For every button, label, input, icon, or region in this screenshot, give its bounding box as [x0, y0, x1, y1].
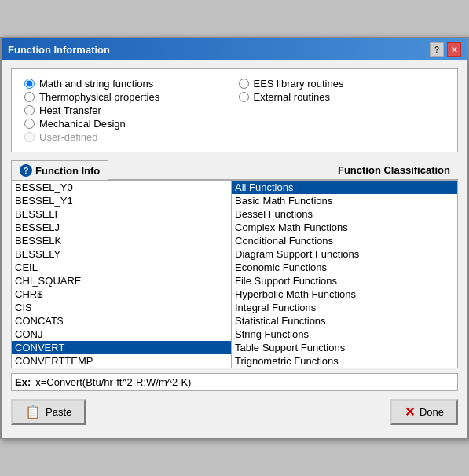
list-item[interactable]: Bessel Functions: [232, 207, 457, 221]
list-item[interactable]: CONVERT: [12, 341, 231, 354]
list-item[interactable]: BESSEL_Y0: [12, 181, 231, 194]
right-list[interactable]: All FunctionsBasic Math FunctionsBessel …: [232, 181, 457, 368]
radio-mech[interactable]: [24, 119, 35, 129]
function-information-window: Function Information ? ✕ Math and string…: [0, 37, 469, 439]
list-item[interactable]: File Support Functions: [232, 274, 457, 287]
function-classification-label: Function Classification: [108, 161, 458, 179]
left-list-wrapper: BESSEL_K0BESSEL_K1BESSEL_Y0BESSEL_Y1BESS…: [12, 181, 232, 368]
radio-thermo-label[interactable]: Thermophysical properties: [39, 91, 159, 103]
window-body: Math and string functions Thermophysical…: [2, 60, 467, 438]
question-mark-icon: ?: [20, 164, 32, 177]
radio-mech-label[interactable]: Mechanical Design: [39, 118, 126, 130]
panel-header: ? Function Info Function Classification: [11, 160, 458, 180]
radio-section: Math and string functions Thermophysical…: [11, 68, 458, 152]
radio-ext[interactable]: [239, 92, 249, 102]
radio-ext-label[interactable]: External routines: [254, 91, 331, 103]
list-item[interactable]: All Functions: [232, 181, 457, 194]
close-icon: ✕: [405, 405, 415, 419]
list-item[interactable]: Diagram Support Functions: [232, 247, 457, 261]
title-bar-buttons: ? ✕: [430, 42, 461, 57]
list-item[interactable]: CHI_SQUARE: [12, 274, 231, 287]
paste-icon: 📋: [25, 405, 41, 419]
example-row: Ex: x=Convert(Btu/hr-ft^2-R;W/m^2-K): [11, 373, 458, 391]
radio-item-user: User-defined: [24, 130, 231, 144]
list-item[interactable]: Table Support Functions: [232, 341, 457, 354]
lists-container: BESSEL_K0BESSEL_K1BESSEL_Y0BESSEL_Y1BESS…: [11, 180, 458, 368]
list-item[interactable]: Integral Functions: [232, 301, 457, 314]
list-item[interactable]: BESSELY: [12, 247, 231, 261]
radio-item-ees: EES library routines: [239, 77, 445, 90]
list-item[interactable]: BESSELJ: [12, 221, 231, 234]
close-title-button[interactable]: ✕: [447, 42, 461, 57]
list-item[interactable]: BESSEL_Y1: [12, 194, 231, 207]
radio-item-mech: Mechanical Design: [24, 117, 231, 130]
radio-heat[interactable]: [24, 105, 35, 115]
list-item[interactable]: CONJ: [12, 328, 231, 341]
radio-ees[interactable]: [239, 79, 249, 89]
radio-user-label: User-defined: [39, 131, 97, 143]
list-item[interactable]: Trignometric Functions: [232, 354, 457, 368]
list-item[interactable]: String Functions: [232, 328, 457, 341]
list-item[interactable]: CONVERTTEMP: [12, 354, 231, 368]
list-item[interactable]: CIS: [12, 301, 231, 314]
list-item[interactable]: CHR$: [12, 287, 231, 301]
right-list-wrapper: All FunctionsBasic Math FunctionsBessel …: [232, 181, 457, 368]
bottom-buttons: 📋 Paste ✕ Done: [11, 399, 458, 430]
radio-ees-label[interactable]: EES library routines: [254, 78, 344, 90]
done-label: Done: [420, 406, 444, 418]
radio-grid: Math and string functions Thermophysical…: [24, 77, 445, 144]
list-item[interactable]: Conditional Functions: [232, 234, 457, 247]
list-item[interactable]: BESSELK: [12, 234, 231, 247]
radio-col1: Math and string functions Thermophysical…: [24, 77, 231, 144]
radio-math[interactable]: [24, 79, 35, 89]
list-item[interactable]: Complex Math Functions: [232, 221, 457, 234]
radio-user: [24, 132, 35, 142]
radio-math-label[interactable]: Math and string functions: [39, 78, 153, 90]
paste-label: Paste: [46, 406, 71, 418]
radio-col2: EES library routines External routines: [239, 77, 445, 144]
list-item[interactable]: Hyperbolic Math Functions: [232, 287, 457, 301]
list-item[interactable]: CONCAT$: [12, 314, 231, 328]
function-info-tab[interactable]: ? Function Info: [11, 160, 108, 180]
title-bar: Function Information ? ✕: [2, 38, 467, 60]
radio-item-ext: External routines: [239, 90, 445, 104]
help-title-button[interactable]: ?: [430, 42, 444, 57]
radio-heat-label[interactable]: Heat Transfer: [39, 104, 101, 116]
example-value: x=Convert(Btu/hr-ft^2-R;W/m^2-K): [35, 376, 191, 388]
list-item[interactable]: Economic Functions: [232, 261, 457, 274]
done-button[interactable]: ✕ Done: [390, 399, 458, 425]
function-info-tab-label: Function Info: [35, 165, 100, 177]
paste-button[interactable]: 📋 Paste: [11, 399, 86, 425]
window-title: Function Information: [8, 44, 110, 56]
radio-item-math: Math and string functions: [24, 77, 231, 90]
list-item[interactable]: Basic Math Functions: [232, 194, 457, 207]
list-item[interactable]: BESSELI: [12, 207, 231, 221]
example-label: Ex:: [15, 376, 31, 388]
list-item[interactable]: Statistical Functions: [232, 314, 457, 328]
radio-thermo[interactable]: [24, 92, 35, 102]
radio-item-thermo: Thermophysical properties: [24, 90, 231, 104]
left-list[interactable]: BESSEL_K0BESSEL_K1BESSEL_Y0BESSEL_Y1BESS…: [12, 181, 231, 368]
radio-item-heat: Heat Transfer: [24, 104, 231, 117]
list-item[interactable]: CEIL: [12, 261, 231, 274]
